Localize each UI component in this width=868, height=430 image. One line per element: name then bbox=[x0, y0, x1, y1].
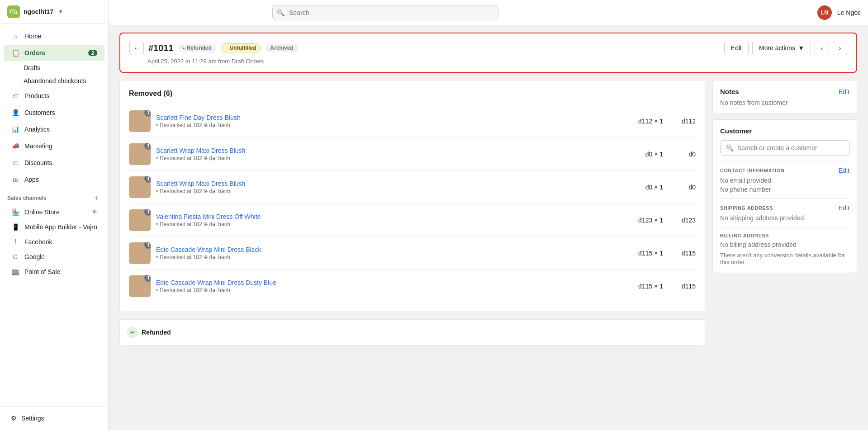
contact-divider bbox=[720, 161, 849, 161]
apps-icon: ⊞ bbox=[11, 175, 20, 184]
back-button[interactable]: ← bbox=[129, 41, 144, 55]
product-total: đ112 bbox=[669, 118, 696, 125]
table-row: 1 Valentina Fiesta Mini Dress Off White … bbox=[129, 204, 696, 237]
sidebar-item-orders[interactable]: 📋 Orders 2 bbox=[4, 45, 104, 61]
product-thumbnail: 1 bbox=[129, 275, 151, 297]
product-name[interactable]: Valentina Fiesta Mini Dress Off White bbox=[156, 213, 261, 220]
sidebar-item-label: Orders bbox=[24, 49, 45, 57]
product-total: đ115 bbox=[669, 283, 696, 290]
edit-button[interactable]: Edit bbox=[724, 41, 749, 55]
prev-order-button[interactable]: ‹ bbox=[815, 41, 829, 55]
shipping-edit-button[interactable]: Edit bbox=[839, 204, 849, 212]
product-thumbnail: 1 bbox=[129, 143, 151, 165]
customer-search-input[interactable] bbox=[737, 144, 844, 151]
customer-search[interactable]: 🔍 bbox=[720, 140, 849, 156]
next-order-button[interactable]: › bbox=[833, 41, 847, 55]
table-row: 1 Scarlett Fine Day Dress Blush Restocke… bbox=[129, 105, 696, 138]
sidebar-item-customers[interactable]: 👤 Customers bbox=[4, 104, 104, 121]
product-price-qty: đ0 × 1 bbox=[627, 184, 663, 191]
notes-edit-button[interactable]: Edit bbox=[839, 88, 849, 95]
customers-icon: 👤 bbox=[11, 108, 20, 117]
add-sales-channel-button[interactable]: + bbox=[92, 194, 101, 203]
orders-badge: 2 bbox=[88, 50, 97, 56]
products-icon: 🏷 bbox=[11, 91, 20, 100]
product-name[interactable]: Edie Cascade Wrap Mini Dress Dusty Blue bbox=[156, 279, 276, 286]
order-header: ← #1011 Refunded Unfulfilled Archived Ap… bbox=[119, 33, 857, 73]
product-price-qty: đ0 × 1 bbox=[627, 151, 663, 158]
billing-address-value: No billing address provided bbox=[720, 241, 849, 248]
product-name[interactable]: Scarlett Fine Day Dress Blush bbox=[156, 114, 241, 121]
refunded-icon: ↩ bbox=[127, 327, 138, 338]
user-name: Le Ngoc bbox=[837, 9, 861, 16]
chevron-down-icon: ▼ bbox=[798, 44, 804, 52]
product-name[interactable]: Scarlett Wrap Maxi Dress Blush bbox=[156, 180, 245, 187]
product-info: Edie Cascade Wrap Mini Dress Black Resto… bbox=[156, 246, 621, 260]
sidebar-item-pos[interactable]: 🏬 Point of Sale bbox=[4, 265, 104, 279]
sidebar-item-label: Discounts bbox=[24, 159, 52, 166]
left-column: Removed (6) 1 Scarlett Fine Day Dress Bl… bbox=[119, 80, 705, 345]
refunded-label: Refunded bbox=[142, 329, 171, 336]
table-row: 1 Edie Cascade Wrap Mini Dress Black Res… bbox=[129, 237, 696, 270]
sidebar-item-marketing[interactable]: 📣 Marketing bbox=[4, 138, 104, 154]
product-info: Scarlett Fine Day Dress Blush Restocked … bbox=[156, 114, 621, 128]
sidebar-item-abandoned[interactable]: Abandoned checkouts bbox=[4, 75, 104, 87]
sidebar-item-discounts[interactable]: 🏷 Discounts bbox=[4, 155, 104, 171]
table-row: 1 Scarlett Wrap Maxi Dress Blush Restock… bbox=[129, 171, 696, 204]
customer-title: Customer bbox=[720, 127, 849, 135]
store-dropdown-icon[interactable]: ▼ bbox=[58, 9, 63, 15]
sidebar-item-google[interactable]: G Google bbox=[4, 250, 104, 264]
notes-card: Notes Edit No notes from customer bbox=[712, 80, 857, 114]
refunded-bottom-section: ↩ Refunded bbox=[119, 319, 705, 345]
product-total: đ0 bbox=[669, 151, 696, 158]
right-column: Notes Edit No notes from customer Custom… bbox=[712, 80, 857, 345]
sidebar-item-home[interactable]: ⌂ Home bbox=[4, 28, 104, 44]
notes-title: Notes bbox=[720, 88, 739, 95]
removed-header: Removed (6) bbox=[129, 90, 696, 98]
product-list: 1 Scarlett Fine Day Dress Blush Restocke… bbox=[129, 105, 696, 302]
archived-badge: Archived bbox=[266, 44, 298, 52]
product-sub: Restocked at 182 lê đại hành bbox=[156, 254, 621, 260]
more-actions-button[interactable]: More actions ▼ bbox=[752, 41, 811, 55]
product-sub: Restocked at 182 lê đại hành bbox=[156, 188, 621, 194]
sidebar-item-mobile-app[interactable]: 📱 Mobile App Builder - Vajro bbox=[4, 220, 104, 234]
billing-address-label: BILLING ADDRESS bbox=[720, 233, 849, 238]
search-input[interactable] bbox=[272, 5, 498, 20]
sidebar-item-facebook[interactable]: f Facebook bbox=[4, 235, 104, 249]
product-sub: Restocked at 182 lê đại hành bbox=[156, 287, 621, 293]
order-title-row: ← #1011 Refunded Unfulfilled Archived bbox=[129, 41, 298, 55]
shipping-divider bbox=[720, 198, 849, 199]
product-name[interactable]: Scarlett Wrap Maxi Dress Blush bbox=[156, 147, 245, 154]
more-actions-label: More actions bbox=[759, 44, 795, 52]
product-info: Scarlett Wrap Maxi Dress Blush Restocked… bbox=[156, 147, 621, 161]
product-name[interactable]: Edie Cascade Wrap Mini Dress Black bbox=[156, 246, 261, 253]
product-price-qty: đ123 × 1 bbox=[627, 217, 663, 224]
contact-edit-button[interactable]: Edit bbox=[839, 167, 849, 174]
product-thumbnail: 1 bbox=[129, 242, 151, 264]
page-content: ← #1011 Refunded Unfulfilled Archived Ap… bbox=[109, 25, 868, 430]
product-thumbnail: 1 bbox=[129, 176, 151, 198]
sidebar-item-label: Analytics bbox=[24, 126, 50, 133]
unfulfilled-badge: Unfulfilled bbox=[221, 43, 261, 52]
store-name: ngoclht17 bbox=[24, 8, 53, 15]
sidebar: 🛍 ngoclht17 ▼ ⌂ Home 📋 Orders 2 Drafts A… bbox=[0, 0, 109, 430]
topbar: 🔍 LN Le Ngoc bbox=[109, 0, 868, 25]
search-icon: 🔍 bbox=[277, 9, 285, 16]
product-total: đ123 bbox=[669, 217, 696, 224]
billing-divider bbox=[720, 227, 849, 227]
sidebar-item-analytics[interactable]: 📊 Analytics bbox=[4, 121, 104, 137]
sidebar-footer: ⚙ Settings bbox=[0, 406, 108, 430]
orders-icon: 📋 bbox=[11, 48, 20, 57]
marketing-icon: 📣 bbox=[11, 142, 20, 151]
home-icon: ⌂ bbox=[11, 32, 20, 41]
sidebar-item-products[interactable]: 🏷 Products bbox=[4, 88, 104, 104]
removed-title: Removed (6) bbox=[129, 90, 172, 98]
settings-item[interactable]: ⚙ Settings bbox=[7, 412, 101, 425]
removed-section: Removed (6) 1 Scarlett Fine Day Dress Bl… bbox=[119, 80, 705, 312]
sidebar-item-drafts[interactable]: Drafts bbox=[4, 61, 104, 74]
sidebar-item-online-store[interactable]: 🏪 Online Store 👁 bbox=[4, 205, 104, 219]
google-icon: G bbox=[11, 252, 20, 261]
product-info: Edie Cascade Wrap Mini Dress Dusty Blue … bbox=[156, 279, 621, 293]
sidebar-item-label: Products bbox=[24, 92, 49, 99]
product-sub: Restocked at 182 lê đại hành bbox=[156, 221, 621, 227]
sidebar-item-apps[interactable]: ⊞ Apps bbox=[4, 171, 104, 188]
